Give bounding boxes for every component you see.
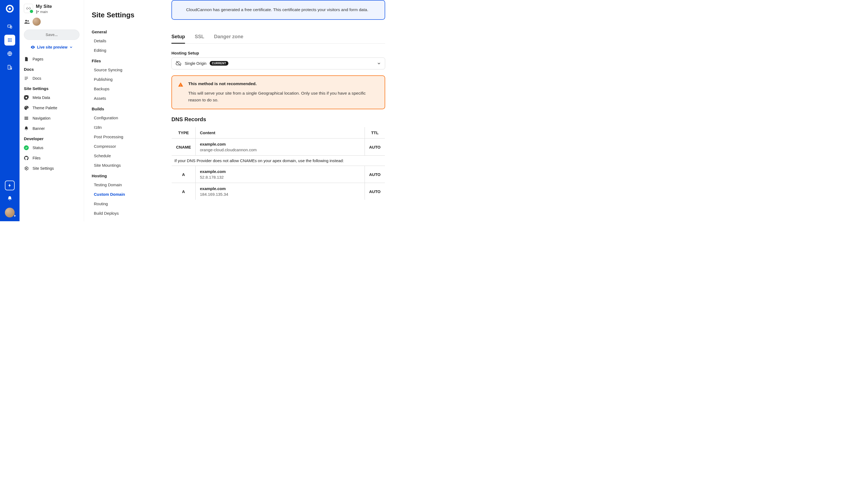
tab-danger-zone[interactable]: Danger zone xyxy=(214,32,243,43)
sidebar-item-theme[interactable]: Theme Palette xyxy=(20,103,84,113)
svg-point-22 xyxy=(27,20,29,22)
settings-item-compressor[interactable]: Compressor xyxy=(92,142,154,150)
status-dot-icon xyxy=(24,145,29,150)
rail-globe-icon[interactable] xyxy=(4,48,15,59)
warning-body: This will serve your site from a single … xyxy=(188,90,379,104)
site-icon xyxy=(24,4,33,13)
save-button[interactable]: Save... xyxy=(24,30,80,40)
dns-note-row: If your DNS Provider does not allow CNAM… xyxy=(172,156,385,166)
hosting-setup-select[interactable]: Single Origin CURRENT xyxy=(172,58,385,69)
sidebar-group-docs: Docs xyxy=(20,64,84,73)
svg-rect-14 xyxy=(8,65,10,69)
settings-item-source-syncing[interactable]: Source Syncing xyxy=(92,66,154,74)
settings-item-assets[interactable]: Assets xyxy=(92,94,154,102)
settings-item-editing[interactable]: Editing xyxy=(92,46,154,54)
chevron-down-icon xyxy=(69,45,73,49)
settings-item-publishing[interactable]: Publishing xyxy=(92,75,154,83)
settings-group-builds: Builds xyxy=(92,106,154,111)
settings-item-schedule[interactable]: Schedule xyxy=(92,152,154,160)
svg-point-1 xyxy=(9,8,11,10)
th-type: TYPE xyxy=(172,127,195,138)
settings-item-post-processing[interactable]: Post Processing xyxy=(92,133,154,141)
collaborators-row[interactable] xyxy=(20,18,84,30)
rail-building-icon[interactable] xyxy=(4,62,15,73)
rail-user-avatar[interactable] xyxy=(5,208,14,218)
svg-point-9 xyxy=(10,40,11,40)
settings-item-i18n[interactable]: I18n xyxy=(92,123,154,131)
settings-item-routing[interactable]: Routing xyxy=(92,200,154,208)
current-badge: CURRENT xyxy=(210,61,228,66)
settings-item-custom-domain[interactable]: Custom Domain xyxy=(92,190,154,198)
settings-item-site-mountings[interactable]: Site Mountings xyxy=(92,161,154,169)
svg-point-7 xyxy=(8,40,9,40)
table-row: A example.com 184.169.135.34 AUTO xyxy=(172,183,385,200)
warning-title: This method is not recommended. xyxy=(188,82,379,86)
svg-point-18 xyxy=(36,10,37,11)
live-preview-button[interactable]: Live site preview xyxy=(20,43,84,54)
svg-point-8 xyxy=(9,40,10,40)
settings-nav: Site Settings General Details Editing Fi… xyxy=(84,0,162,221)
svg-rect-28 xyxy=(24,118,28,119)
svg-point-5 xyxy=(9,38,10,39)
branch-icon xyxy=(36,10,39,13)
svg-point-23 xyxy=(33,47,33,48)
domain-tabs: Setup SSL Danger zone xyxy=(172,32,385,44)
svg-point-12 xyxy=(10,41,11,42)
rail-lightning-icon[interactable] xyxy=(5,181,14,190)
site-name: My Site xyxy=(36,4,52,9)
settings-group-files: Files xyxy=(92,59,154,63)
main-content: CloudCannon has generated a free certifi… xyxy=(162,0,395,221)
hosting-select-value: Single Origin xyxy=(185,61,207,66)
dns-records-title: DNS Records xyxy=(172,116,385,123)
settings-group-hosting: Hosting xyxy=(92,173,154,178)
th-ttl: TTL xyxy=(365,127,385,138)
tab-setup[interactable]: Setup xyxy=(172,32,185,43)
settings-item-build-deploys[interactable]: Build Deploys xyxy=(92,209,154,217)
svg-point-17 xyxy=(28,8,29,9)
th-content: Content xyxy=(195,127,365,138)
svg-point-6 xyxy=(10,38,11,39)
people-icon xyxy=(24,19,30,25)
svg-rect-26 xyxy=(25,79,27,80)
gear-icon xyxy=(24,95,29,100)
rail-devices-icon[interactable] xyxy=(4,21,15,32)
tab-ssl[interactable]: SSL xyxy=(195,32,204,43)
sidebar-item-files[interactable]: Files xyxy=(20,153,84,163)
svg-rect-25 xyxy=(25,78,28,78)
cloud-off-icon xyxy=(176,61,182,66)
chevron-down-icon xyxy=(377,61,381,66)
sidebar-group-developer: Developer xyxy=(20,134,84,142)
svg-point-11 xyxy=(9,41,10,42)
palette-icon xyxy=(24,105,29,110)
warning-icon xyxy=(178,82,183,87)
warning-banner: This method is not recommended. This wil… xyxy=(172,75,385,109)
sidebar-item-pages[interactable]: Pages xyxy=(20,54,84,64)
site-branch: main xyxy=(36,10,52,14)
list-icon xyxy=(24,116,29,121)
bell-icon xyxy=(24,126,29,131)
settings-item-configuration[interactable]: Configuration xyxy=(92,114,154,122)
sidebar-item-navigation[interactable]: Navigation xyxy=(20,113,84,123)
sidebar-group-settings: Site Settings xyxy=(20,84,84,93)
eye-icon xyxy=(30,45,35,50)
sidebar-item-status[interactable]: Status xyxy=(20,142,84,153)
svg-point-30 xyxy=(26,168,27,169)
sidebar-item-docs[interactable]: Docs xyxy=(20,73,84,84)
ssl-info-banner: CloudCannon has generated a free certifi… xyxy=(172,0,385,20)
svg-point-19 xyxy=(36,12,37,13)
settings-item-details[interactable]: Details xyxy=(92,37,154,45)
settings-item-authentication[interactable]: Authentication xyxy=(92,219,154,221)
notes-icon xyxy=(24,76,29,81)
svg-point-16 xyxy=(11,68,12,69)
collaborator-avatar xyxy=(33,18,41,26)
settings-item-testing-domain[interactable]: Testing Domain xyxy=(92,181,154,189)
svg-point-4 xyxy=(8,38,9,39)
rail-bell-icon[interactable] xyxy=(4,193,15,204)
sidebar-item-banner[interactable]: Banner xyxy=(20,123,84,134)
sidebar-item-site-settings[interactable]: Site Settings xyxy=(20,163,84,173)
gear-icon xyxy=(24,166,29,171)
sidebar-item-metadata[interactable]: Meta Data xyxy=(20,93,84,103)
rail-apps-icon[interactable] xyxy=(4,35,15,45)
settings-item-backups[interactable]: Backups xyxy=(92,85,154,93)
site-header: My Site main xyxy=(20,4,84,18)
